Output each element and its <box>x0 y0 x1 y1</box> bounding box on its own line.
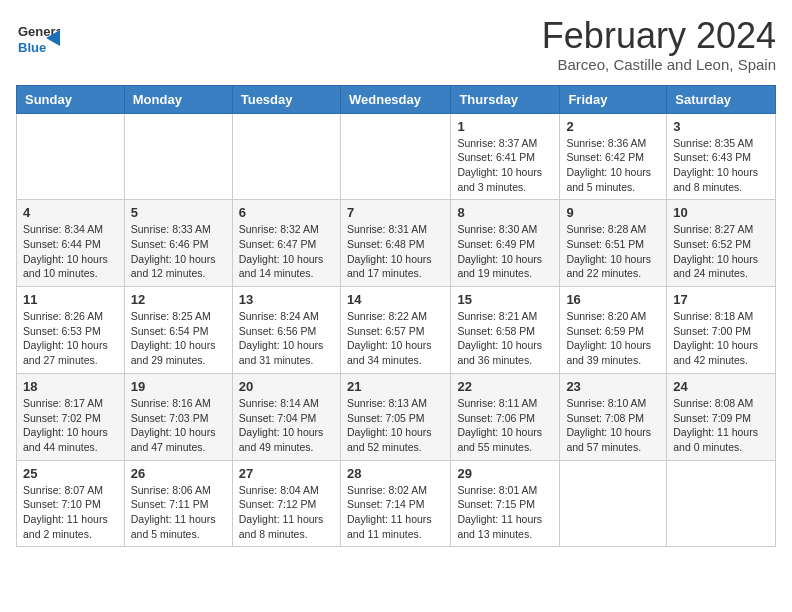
calendar-cell: 7Sunrise: 8:31 AMSunset: 6:48 PMDaylight… <box>340 200 450 287</box>
calendar-week-row: 18Sunrise: 8:17 AMSunset: 7:02 PMDayligh… <box>17 373 776 460</box>
day-number: 12 <box>131 292 226 307</box>
day-number: 1 <box>457 119 553 134</box>
day-number: 29 <box>457 466 553 481</box>
calendar-cell: 13Sunrise: 8:24 AMSunset: 6:56 PMDayligh… <box>232 287 340 374</box>
calendar-cell: 11Sunrise: 8:26 AMSunset: 6:53 PMDayligh… <box>17 287 125 374</box>
day-info: Sunrise: 8:18 AMSunset: 7:00 PMDaylight:… <box>673 309 769 368</box>
day-number: 27 <box>239 466 334 481</box>
day-info: Sunrise: 8:22 AMSunset: 6:57 PMDaylight:… <box>347 309 444 368</box>
day-number: 4 <box>23 205 118 220</box>
day-info: Sunrise: 8:25 AMSunset: 6:54 PMDaylight:… <box>131 309 226 368</box>
day-number: 20 <box>239 379 334 394</box>
calendar-cell: 4Sunrise: 8:34 AMSunset: 6:44 PMDaylight… <box>17 200 125 287</box>
day-number: 9 <box>566 205 660 220</box>
calendar-cell: 3Sunrise: 8:35 AMSunset: 6:43 PMDaylight… <box>667 113 776 200</box>
calendar-cell: 10Sunrise: 8:27 AMSunset: 6:52 PMDayligh… <box>667 200 776 287</box>
day-number: 22 <box>457 379 553 394</box>
day-info: Sunrise: 8:07 AMSunset: 7:10 PMDaylight:… <box>23 483 118 542</box>
day-number: 7 <box>347 205 444 220</box>
day-info: Sunrise: 8:36 AMSunset: 6:42 PMDaylight:… <box>566 136 660 195</box>
calendar-header-row: SundayMondayTuesdayWednesdayThursdayFrid… <box>17 85 776 113</box>
calendar-cell: 9Sunrise: 8:28 AMSunset: 6:51 PMDaylight… <box>560 200 667 287</box>
day-number: 26 <box>131 466 226 481</box>
day-number: 8 <box>457 205 553 220</box>
day-info: Sunrise: 8:33 AMSunset: 6:46 PMDaylight:… <box>131 222 226 281</box>
calendar-cell: 27Sunrise: 8:04 AMSunset: 7:12 PMDayligh… <box>232 460 340 547</box>
calendar-cell: 23Sunrise: 8:10 AMSunset: 7:08 PMDayligh… <box>560 373 667 460</box>
day-number: 14 <box>347 292 444 307</box>
calendar-cell: 28Sunrise: 8:02 AMSunset: 7:14 PMDayligh… <box>340 460 450 547</box>
calendar-cell: 14Sunrise: 8:22 AMSunset: 6:57 PMDayligh… <box>340 287 450 374</box>
day-number: 24 <box>673 379 769 394</box>
day-number: 16 <box>566 292 660 307</box>
day-info: Sunrise: 8:16 AMSunset: 7:03 PMDaylight:… <box>131 396 226 455</box>
day-info: Sunrise: 8:06 AMSunset: 7:11 PMDaylight:… <box>131 483 226 542</box>
header-monday: Monday <box>124 85 232 113</box>
day-info: Sunrise: 8:17 AMSunset: 7:02 PMDaylight:… <box>23 396 118 455</box>
header-sunday: Sunday <box>17 85 125 113</box>
day-number: 10 <box>673 205 769 220</box>
calendar-cell: 8Sunrise: 8:30 AMSunset: 6:49 PMDaylight… <box>451 200 560 287</box>
day-number: 25 <box>23 466 118 481</box>
header-wednesday: Wednesday <box>340 85 450 113</box>
calendar-cell: 1Sunrise: 8:37 AMSunset: 6:41 PMDaylight… <box>451 113 560 200</box>
day-info: Sunrise: 8:01 AMSunset: 7:15 PMDaylight:… <box>457 483 553 542</box>
day-number: 3 <box>673 119 769 134</box>
calendar-table: SundayMondayTuesdayWednesdayThursdayFrid… <box>16 85 776 548</box>
calendar-cell: 12Sunrise: 8:25 AMSunset: 6:54 PMDayligh… <box>124 287 232 374</box>
day-info: Sunrise: 8:27 AMSunset: 6:52 PMDaylight:… <box>673 222 769 281</box>
calendar-cell: 22Sunrise: 8:11 AMSunset: 7:06 PMDayligh… <box>451 373 560 460</box>
header-thursday: Thursday <box>451 85 560 113</box>
calendar-cell: 29Sunrise: 8:01 AMSunset: 7:15 PMDayligh… <box>451 460 560 547</box>
header-friday: Friday <box>560 85 667 113</box>
calendar-cell: 24Sunrise: 8:08 AMSunset: 7:09 PMDayligh… <box>667 373 776 460</box>
day-info: Sunrise: 8:24 AMSunset: 6:56 PMDaylight:… <box>239 309 334 368</box>
day-info: Sunrise: 8:35 AMSunset: 6:43 PMDaylight:… <box>673 136 769 195</box>
calendar-title: February 2024 <box>542 16 776 56</box>
day-number: 19 <box>131 379 226 394</box>
day-number: 28 <box>347 466 444 481</box>
day-info: Sunrise: 8:02 AMSunset: 7:14 PMDaylight:… <box>347 483 444 542</box>
day-info: Sunrise: 8:08 AMSunset: 7:09 PMDaylight:… <box>673 396 769 455</box>
day-info: Sunrise: 8:21 AMSunset: 6:58 PMDaylight:… <box>457 309 553 368</box>
day-info: Sunrise: 8:32 AMSunset: 6:47 PMDaylight:… <box>239 222 334 281</box>
day-info: Sunrise: 8:11 AMSunset: 7:06 PMDaylight:… <box>457 396 553 455</box>
logo-graphic: General Blue <box>16 16 60 64</box>
calendar-cell: 19Sunrise: 8:16 AMSunset: 7:03 PMDayligh… <box>124 373 232 460</box>
calendar-week-row: 25Sunrise: 8:07 AMSunset: 7:10 PMDayligh… <box>17 460 776 547</box>
calendar-cell <box>124 113 232 200</box>
calendar-week-row: 11Sunrise: 8:26 AMSunset: 6:53 PMDayligh… <box>17 287 776 374</box>
day-info: Sunrise: 8:31 AMSunset: 6:48 PMDaylight:… <box>347 222 444 281</box>
calendar-cell <box>17 113 125 200</box>
header-tuesday: Tuesday <box>232 85 340 113</box>
day-info: Sunrise: 8:20 AMSunset: 6:59 PMDaylight:… <box>566 309 660 368</box>
title-section: February 2024 Barceo, Castille and Leon,… <box>542 16 776 73</box>
calendar-cell: 17Sunrise: 8:18 AMSunset: 7:00 PMDayligh… <box>667 287 776 374</box>
day-number: 13 <box>239 292 334 307</box>
day-info: Sunrise: 8:10 AMSunset: 7:08 PMDaylight:… <box>566 396 660 455</box>
calendar-cell: 21Sunrise: 8:13 AMSunset: 7:05 PMDayligh… <box>340 373 450 460</box>
day-number: 6 <box>239 205 334 220</box>
day-info: Sunrise: 8:14 AMSunset: 7:04 PMDaylight:… <box>239 396 334 455</box>
calendar-cell: 25Sunrise: 8:07 AMSunset: 7:10 PMDayligh… <box>17 460 125 547</box>
svg-text:Blue: Blue <box>18 40 46 55</box>
day-info: Sunrise: 8:28 AMSunset: 6:51 PMDaylight:… <box>566 222 660 281</box>
day-info: Sunrise: 8:30 AMSunset: 6:49 PMDaylight:… <box>457 222 553 281</box>
day-number: 5 <box>131 205 226 220</box>
day-info: Sunrise: 8:04 AMSunset: 7:12 PMDaylight:… <box>239 483 334 542</box>
calendar-cell: 16Sunrise: 8:20 AMSunset: 6:59 PMDayligh… <box>560 287 667 374</box>
calendar-cell <box>560 460 667 547</box>
calendar-cell: 2Sunrise: 8:36 AMSunset: 6:42 PMDaylight… <box>560 113 667 200</box>
calendar-cell <box>232 113 340 200</box>
day-number: 17 <box>673 292 769 307</box>
day-info: Sunrise: 8:37 AMSunset: 6:41 PMDaylight:… <box>457 136 553 195</box>
page-header: General Blue February 2024 Barceo, Casti… <box>16 16 776 73</box>
calendar-cell <box>340 113 450 200</box>
logo-icon: General Blue <box>16 16 60 60</box>
calendar-cell: 5Sunrise: 8:33 AMSunset: 6:46 PMDaylight… <box>124 200 232 287</box>
day-number: 23 <box>566 379 660 394</box>
calendar-cell: 6Sunrise: 8:32 AMSunset: 6:47 PMDaylight… <box>232 200 340 287</box>
calendar-cell: 20Sunrise: 8:14 AMSunset: 7:04 PMDayligh… <box>232 373 340 460</box>
day-info: Sunrise: 8:13 AMSunset: 7:05 PMDaylight:… <box>347 396 444 455</box>
day-number: 18 <box>23 379 118 394</box>
